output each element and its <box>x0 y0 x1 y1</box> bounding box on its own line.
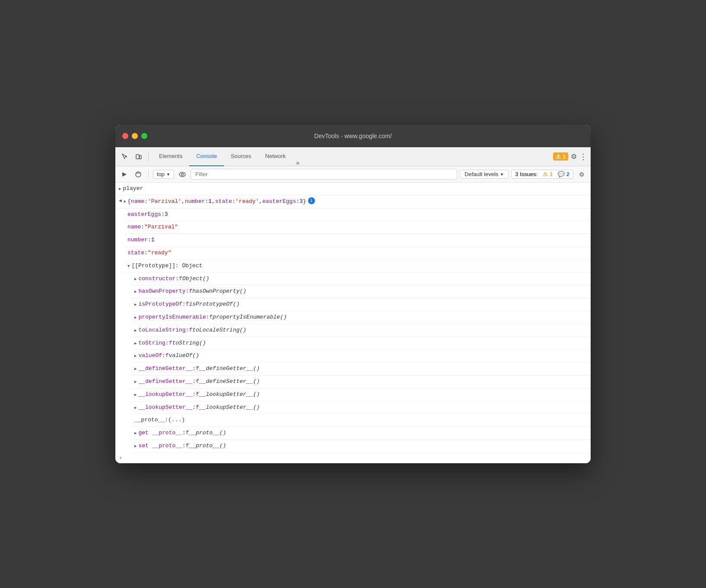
list-item[interactable]: constructor: f Object() <box>131 273 591 286</box>
levels-selector[interactable]: Default levels ▼ <box>460 170 509 179</box>
context-selector[interactable]: top ▼ <box>153 170 174 179</box>
warning-icon: ⚠ <box>556 153 561 160</box>
expand-tostring-icon[interactable] <box>134 339 137 348</box>
list-item: easterEggs: 3 <box>124 209 591 221</box>
warn-count: 1 <box>550 171 553 177</box>
list-item[interactable]: __defineGetter__: f __defineGetter__() <box>131 363 591 376</box>
toolbar-right: ⚠ 1 ⚙ ⋮ <box>553 152 587 161</box>
back-arrow: ◀ <box>119 197 122 205</box>
issues-badge[interactable]: ⚠ 1 <box>553 152 568 161</box>
console-text: player <box>123 184 143 193</box>
expand-propertyisenumerable-icon[interactable] <box>134 313 137 322</box>
expand-definegetter-icon[interactable] <box>134 364 137 373</box>
expand-tolocalestring-icon[interactable] <box>134 326 137 335</box>
expand-hasownproperty-icon[interactable] <box>134 287 137 296</box>
eye-button[interactable] <box>177 169 188 180</box>
maximize-button[interactable] <box>141 133 147 139</box>
console-text: { <box>127 197 131 206</box>
expand-valueof-icon[interactable] <box>134 351 137 360</box>
context-arrow: ▼ <box>166 172 170 177</box>
more-options-button[interactable]: ⋮ <box>579 152 587 161</box>
run-script-button[interactable] <box>119 169 130 180</box>
list-item[interactable]: [[Prototype]]: Object <box>124 260 591 273</box>
close-button[interactable] <box>122 133 128 139</box>
more-tabs-button[interactable]: » <box>293 159 303 166</box>
console-prompt[interactable]: › <box>115 453 591 463</box>
expand-lookupsetter-icon[interactable] <box>134 403 137 412</box>
list-item[interactable]: __lookupSetter__: f __lookupSetter__() <box>131 401 591 414</box>
levels-label: Default levels <box>464 171 498 177</box>
list-item[interactable]: __lookupGetter__: f __lookupGetter__() <box>131 389 591 401</box>
expand-set-proto-icon[interactable] <box>134 442 137 450</box>
filter-input[interactable] <box>191 169 457 180</box>
list-item[interactable]: toLocaleString: f toLocaleString() <box>131 324 591 337</box>
svg-marker-2 <box>122 172 127 177</box>
minimize-button[interactable] <box>132 133 138 139</box>
titlebar: DevTools - www.google.com/ <box>115 125 591 147</box>
expand-isprototypeof-icon[interactable] <box>134 300 137 309</box>
context-label: top <box>157 171 165 177</box>
list-item[interactable]: isPrototypeOf: f isPrototypeOf() <box>131 298 591 311</box>
list-item[interactable]: player <box>115 183 591 196</box>
expand-lookupgetter-icon[interactable] <box>134 390 137 399</box>
list-item: __proto__: (...) <box>131 414 591 427</box>
console-toolbar-sep <box>148 170 149 179</box>
list-item[interactable]: hasOwnProperty: f hasOwnProperty() <box>131 285 591 298</box>
issues-text: 3 Issues: <box>515 171 537 177</box>
tab-bar: Elements Console Sources Network » <box>152 147 551 166</box>
svg-point-6 <box>181 173 184 175</box>
warn-icon-console: ⚠ <box>543 171 548 177</box>
main-toolbar: Elements Console Sources Network » ⚠ 1 ⚙… <box>115 147 591 166</box>
window-title: DevTools - www.google.com/ <box>314 133 392 139</box>
levels-arrow: ▼ <box>500 172 504 177</box>
svg-point-3 <box>136 172 141 177</box>
collapse-icon[interactable] <box>124 197 126 206</box>
list-item[interactable]: ◀ {name: 'Parzival', number: 1, state: '… <box>115 196 591 209</box>
devtools-window: DevTools - www.google.com/ Elements Cons… <box>115 125 591 463</box>
tab-elements[interactable]: Elements <box>152 147 189 166</box>
console-content: player ◀ {name: 'Parzival', number: 1, s… <box>115 183 591 463</box>
list-item[interactable]: get __proto__: f __proto__() <box>131 427 591 440</box>
collapse-proto-icon[interactable] <box>127 262 130 270</box>
list-item: state: "ready" <box>124 247 591 260</box>
list-item[interactable]: valueOf: f valueOf() <box>131 350 591 363</box>
svg-point-5 <box>179 172 185 177</box>
tab-sources[interactable]: Sources <box>224 147 258 166</box>
list-item[interactable]: toString: f toString() <box>131 337 591 350</box>
console-settings-button[interactable]: ⚙ <box>576 169 587 180</box>
msg-icon-console: 💬 <box>558 171 565 177</box>
info-icon[interactable]: i <box>308 197 315 204</box>
expand-definesetter-icon[interactable] <box>134 377 137 386</box>
msg-count: 2 <box>566 171 569 177</box>
prompt-arrow: › <box>119 455 122 461</box>
svg-rect-1 <box>140 155 141 159</box>
list-item[interactable]: __defineSetter__: f __defineSetter__() <box>131 376 591 389</box>
tab-console[interactable]: Console <box>189 147 224 166</box>
expand-icon[interactable] <box>119 184 121 193</box>
list-item[interactable]: set __proto__: f __proto__() <box>131 440 591 453</box>
console-issues-badge[interactable]: 3 Issues: ⚠ 1 💬 2 <box>511 170 573 179</box>
expand-constructor-icon[interactable] <box>134 275 137 283</box>
expand-get-proto-icon[interactable] <box>134 429 137 437</box>
svg-rect-0 <box>136 155 139 159</box>
traffic-lights <box>122 133 147 139</box>
list-item[interactable]: propertyIsEnumerable: f propertyIsEnumer… <box>131 311 591 324</box>
device-toolbar-button[interactable] <box>133 151 145 163</box>
list-item: number: 1 <box>124 234 591 247</box>
tab-network[interactable]: Network <box>258 147 293 166</box>
toolbar-separator <box>148 152 149 161</box>
clear-console-button[interactable] <box>133 169 144 180</box>
console-toolbar: top ▼ Default levels ▼ 3 Issues: ⚠ 1 💬 2… <box>115 166 591 183</box>
settings-button[interactable]: ⚙ <box>571 152 577 161</box>
list-item: name: "Parzival" <box>124 221 591 234</box>
inspect-element-button[interactable] <box>119 151 131 163</box>
